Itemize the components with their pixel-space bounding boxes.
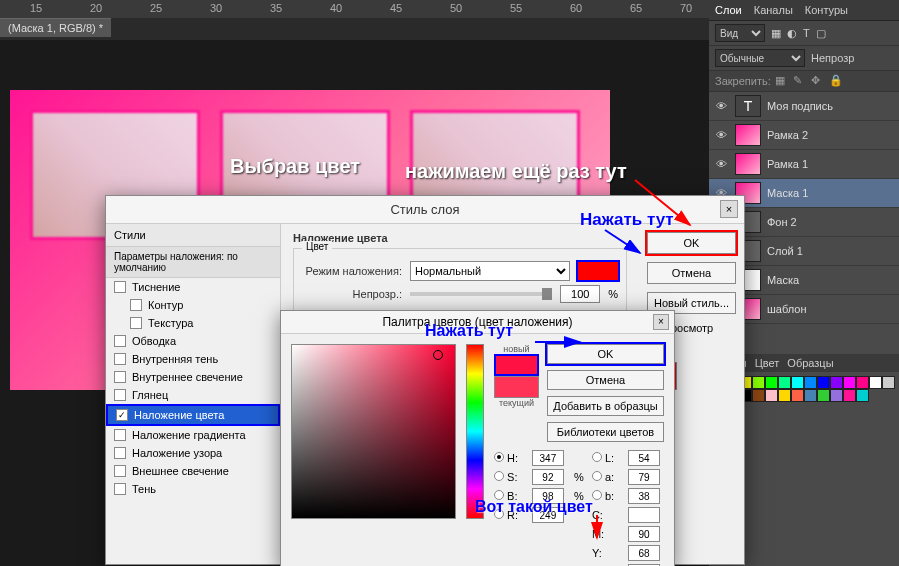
filter-icon[interactable]: ▦ xyxy=(771,27,781,40)
color-swatch[interactable] xyxy=(804,376,817,389)
a-input[interactable] xyxy=(628,469,660,485)
cancel-button[interactable]: Отмена xyxy=(647,262,736,284)
layer-row[interactable]: 👁TМоя подпись xyxy=(709,92,899,121)
style-checkbox[interactable] xyxy=(114,465,126,477)
a-radio[interactable] xyxy=(592,471,602,481)
layer-row[interactable]: 👁Рамка 2 xyxy=(709,121,899,150)
color-swatch[interactable] xyxy=(817,389,830,402)
add-swatch-button[interactable]: Добавить в образцы xyxy=(547,396,664,416)
style-checkbox[interactable] xyxy=(130,317,142,329)
style-item[interactable]: Текстура xyxy=(106,314,280,332)
color-swatch[interactable] xyxy=(778,389,791,402)
tab-channels[interactable]: Каналы xyxy=(754,4,793,16)
style-item[interactable]: Наложение узора xyxy=(106,444,280,462)
close-button[interactable]: × xyxy=(720,200,738,218)
color-swatch[interactable] xyxy=(856,389,869,402)
filter-icon[interactable]: ◐ xyxy=(787,27,797,40)
style-checkbox[interactable] xyxy=(114,429,126,441)
style-item[interactable]: Внутренняя тень xyxy=(106,350,280,368)
style-item[interactable]: Внутреннее свечение xyxy=(106,368,280,386)
style-item[interactable]: Обводка xyxy=(106,332,280,350)
ok-button[interactable]: OK xyxy=(547,344,664,364)
style-item[interactable]: Внешнее свечение xyxy=(106,462,280,480)
style-checkbox[interactable] xyxy=(114,483,126,495)
h-input[interactable] xyxy=(532,450,564,466)
l-radio[interactable] xyxy=(592,452,602,462)
layer-kind-select[interactable]: Вид xyxy=(715,24,765,42)
filter-icon[interactable]: ▢ xyxy=(816,27,826,40)
style-item[interactable]: Глянец xyxy=(106,386,280,404)
lock-paint-icon[interactable]: ✎ xyxy=(793,74,807,88)
h-radio[interactable] xyxy=(494,452,504,462)
b2-input[interactable] xyxy=(628,488,660,504)
hue-slider[interactable] xyxy=(466,344,484,519)
style-item[interactable]: Наложение градиента xyxy=(106,426,280,444)
style-checkbox[interactable] xyxy=(114,389,126,401)
style-item[interactable]: Контур xyxy=(106,296,280,314)
color-swatch[interactable] xyxy=(752,376,765,389)
r-radio[interactable] xyxy=(494,509,504,519)
color-swatch[interactable] xyxy=(817,376,830,389)
style-checkbox[interactable] xyxy=(130,299,142,311)
tab-layers[interactable]: Слои xyxy=(715,4,742,16)
styles-header[interactable]: Стили xyxy=(106,224,280,247)
blend-mode-select[interactable]: Обычные xyxy=(715,49,805,67)
m-input[interactable] xyxy=(628,526,660,542)
close-button[interactable]: × xyxy=(653,314,669,330)
style-item[interactable]: Наложение цвета xyxy=(106,404,280,426)
color-field[interactable] xyxy=(291,344,456,519)
l-input[interactable] xyxy=(628,450,660,466)
color-swatch[interactable] xyxy=(843,389,856,402)
color-libraries-button[interactable]: Библиотеки цветов xyxy=(547,422,664,442)
c-input[interactable] xyxy=(628,507,660,523)
style-item[interactable]: Тиснение xyxy=(106,278,280,296)
color-swatch[interactable] xyxy=(882,376,895,389)
color-swatch[interactable] xyxy=(830,389,843,402)
lock-pixels-icon[interactable]: ▦ xyxy=(775,74,789,88)
color-swatch[interactable] xyxy=(830,376,843,389)
color-swatch[interactable] xyxy=(804,389,817,402)
b2-radio[interactable] xyxy=(592,490,602,500)
color-swatch[interactable] xyxy=(856,376,869,389)
tab-color[interactable]: Цвет xyxy=(755,357,780,369)
color-swatch[interactable] xyxy=(778,376,791,389)
tab-swatches[interactable]: Образцы xyxy=(787,357,833,369)
style-checkbox[interactable] xyxy=(114,281,126,293)
opacity-slider[interactable] xyxy=(410,292,552,296)
document-tab[interactable]: (Маска 1, RGB/8) * xyxy=(0,18,111,37)
style-checkbox[interactable] xyxy=(114,371,126,383)
filter-icon[interactable]: T xyxy=(803,27,810,39)
style-item[interactable]: Тень xyxy=(106,480,280,498)
y-input[interactable] xyxy=(628,545,660,561)
color-swatch-button[interactable] xyxy=(578,262,618,280)
blend-mode-select[interactable]: Нормальный xyxy=(410,261,570,281)
color-swatch[interactable] xyxy=(843,376,856,389)
color-swatch[interactable] xyxy=(869,376,882,389)
opacity-input[interactable] xyxy=(560,285,600,303)
style-checkbox[interactable] xyxy=(114,335,126,347)
visibility-icon[interactable]: 👁 xyxy=(713,157,729,171)
lock-position-icon[interactable]: ✥ xyxy=(811,74,825,88)
s-radio[interactable] xyxy=(494,471,504,481)
ok-button[interactable]: OK xyxy=(647,232,736,254)
color-swatch[interactable] xyxy=(765,376,778,389)
s-input[interactable] xyxy=(532,469,564,485)
b-radio[interactable] xyxy=(494,490,504,500)
visibility-icon[interactable]: 👁 xyxy=(713,99,729,113)
color-swatch[interactable] xyxy=(791,389,804,402)
style-checkbox[interactable] xyxy=(114,447,126,459)
layer-row[interactable]: 👁Рамка 1 xyxy=(709,150,899,179)
visibility-icon[interactable]: 👁 xyxy=(713,128,729,142)
color-swatch[interactable] xyxy=(765,389,778,402)
b-input[interactable] xyxy=(532,488,564,504)
style-checkbox[interactable] xyxy=(114,353,126,365)
cancel-button[interactable]: Отмена xyxy=(547,370,664,390)
style-checkbox[interactable] xyxy=(116,409,128,421)
blending-options-header[interactable]: Параметры наложения: по умолчанию xyxy=(106,247,280,278)
current-color-swatch[interactable] xyxy=(494,376,539,398)
color-swatch[interactable] xyxy=(752,389,765,402)
r-input[interactable] xyxy=(532,507,564,523)
color-swatch[interactable] xyxy=(791,376,804,389)
lock-all-icon[interactable]: 🔒 xyxy=(829,74,843,88)
tab-paths[interactable]: Контуры xyxy=(805,4,848,16)
